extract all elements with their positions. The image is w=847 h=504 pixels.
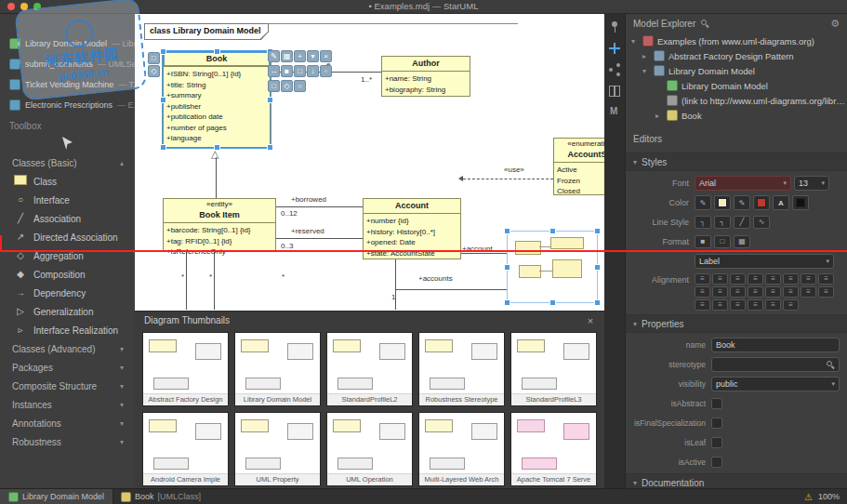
selection-handle[interactable] — [504, 299, 510, 306]
class-book[interactable]: Book +ISBN: String[0..1] {id} +title: St… — [163, 51, 271, 148]
add-button[interactable] — [294, 50, 306, 62]
section-instances[interactable]: Instances — [0, 395, 135, 414]
tree-item-library-domain-model-diagram[interactable]: Library Domain Model — [626, 78, 847, 93]
fill-button[interactable] — [281, 65, 293, 77]
align-button[interactable] — [748, 273, 763, 285]
more-button[interactable] — [320, 65, 332, 77]
tool-association[interactable]: Association — [0, 209, 135, 228]
outline-button[interactable] — [294, 65, 306, 77]
font-color-picker[interactable]: A — [773, 195, 789, 210]
align-button[interactable] — [783, 299, 799, 311]
align-button[interactable] — [730, 286, 746, 298]
circle-button[interactable] — [294, 80, 306, 92]
working-diagram-ticket-vending-machine[interactable]: Ticket Vending Machine — T... — [0, 74, 135, 95]
is-leaf-checkbox[interactable] — [711, 437, 722, 448]
dependency-line[interactable] — [463, 179, 553, 179]
selection-handle[interactable] — [267, 144, 273, 151]
selection-handle[interactable] — [549, 228, 556, 234]
resize-button[interactable] — [268, 65, 280, 77]
section-classes-advanced[interactable]: Classes (Advanced) — [0, 339, 135, 358]
align-button[interactable] — [783, 286, 799, 298]
side-edit-button[interactable] — [148, 52, 160, 64]
generalization-line[interactable] — [216, 157, 217, 198]
edit-button[interactable] — [268, 50, 280, 62]
working-diagram-submit-comments[interactable]: submit_comments — UMLSe... — [0, 54, 135, 74]
section-composite-structure[interactable]: Composite Structure — [0, 377, 135, 395]
font-color-swatch[interactable] — [792, 195, 809, 210]
align-button[interactable] — [712, 286, 728, 298]
association-line[interactable] — [186, 252, 187, 310]
line-color-picker[interactable] — [695, 195, 711, 210]
selection-handle[interactable] — [214, 48, 220, 55]
tool-aggregation[interactable]: Aggregation — [0, 246, 135, 265]
expander-icon[interactable] — [642, 52, 650, 60]
align-button[interactable] — [801, 273, 816, 285]
align-button[interactable] — [818, 273, 834, 285]
selection-handle[interactable] — [549, 299, 556, 306]
tool-generalization[interactable]: Generalization — [0, 302, 135, 321]
tree-item-examples[interactable]: Examples (from www.uml-diagrams.org) — [626, 33, 847, 48]
layout-icon[interactable] — [608, 85, 621, 98]
share-icon[interactable] — [608, 63, 621, 76]
delete-button[interactable] — [320, 50, 332, 62]
styles-section-header[interactable]: Styles — [626, 153, 847, 171]
thumbnail-uml-property[interactable]: UML Property — [234, 412, 321, 486]
border-color-picker[interactable] — [734, 195, 750, 210]
move-down-button[interactable] — [307, 65, 319, 77]
thumbnail-abstract-factory[interactable]: Abstract Factory Design — [142, 332, 229, 406]
align-button[interactable] — [801, 286, 816, 298]
line-color-swatch[interactable] — [753, 195, 770, 210]
curve-line-button[interactable] — [753, 216, 770, 229]
tool-class[interactable]: Class — [0, 172, 135, 191]
rectilinear-line-button[interactable] — [695, 216, 711, 229]
align-button[interactable] — [730, 299, 746, 311]
rounded-line-button[interactable] — [714, 216, 731, 229]
thumbnail-apache-tomcat[interactable]: Apache Tomcat 7 Serve — [510, 412, 597, 486]
section-classes-basic[interactable]: Classes (Basic) — [0, 153, 135, 172]
align-button[interactable] — [783, 273, 799, 285]
align-button[interactable] — [695, 299, 710, 311]
selection-handle[interactable] — [594, 228, 601, 234]
search-icon[interactable] — [827, 361, 835, 369]
is-active-checkbox[interactable] — [711, 457, 722, 468]
thumbnail-uml-operation[interactable]: UML Operation — [326, 412, 413, 486]
tree-item-book[interactable]: Book — [626, 108, 847, 123]
search-icon[interactable] — [701, 20, 709, 28]
align-button[interactable] — [765, 286, 781, 298]
class-author[interactable]: Author +name: String +biography: String — [381, 56, 470, 97]
align-button[interactable] — [712, 299, 728, 311]
thumbnail-standardprofilel2[interactable]: StandardProfileL2 — [326, 332, 413, 406]
align-button[interactable] — [730, 273, 746, 285]
tree-item-library-domain-model[interactable]: Library Domain Model — [626, 63, 847, 78]
working-diagram-electronic-prescriptions[interactable]: Electronic Prescriptions — E... — [0, 95, 135, 115]
warning-icon[interactable] — [804, 492, 813, 502]
gear-icon[interactable] — [830, 18, 840, 30]
association-line[interactable] — [461, 253, 507, 254]
documentation-section-header[interactable]: Documentation — [626, 473, 847, 489]
side-edit-button[interactable] — [148, 65, 160, 77]
tool-composition[interactable]: Composition — [0, 265, 135, 284]
properties-section-header[interactable]: Properties — [626, 314, 847, 333]
close-icon[interactable] — [584, 312, 597, 330]
association-line[interactable] — [276, 206, 363, 207]
association-line[interactable] — [395, 259, 396, 310]
thumbnail-android-camera[interactable]: Android Camera Imple — [142, 412, 229, 486]
align-button[interactable] — [748, 286, 763, 298]
diagram-tab[interactable]: Library Domain Model — [0, 489, 113, 504]
dropdown-button[interactable] — [307, 50, 319, 62]
is-final-specialization-checkbox[interactable] — [711, 418, 722, 429]
align-button[interactable] — [765, 273, 781, 285]
selection-handle[interactable] — [504, 228, 510, 234]
working-diagram-library-domain-model[interactable]: Library Domain Model — Libr... — [0, 33, 135, 54]
selection-handle[interactable] — [160, 144, 166, 151]
section-robustness[interactable]: Robustness — [0, 432, 135, 451]
diamond-button[interactable] — [281, 80, 293, 92]
align-button[interactable] — [712, 273, 728, 285]
selection-handle[interactable] — [160, 48, 166, 55]
name-input[interactable]: Book — [711, 338, 840, 352]
crosshair-icon[interactable] — [608, 42, 621, 55]
class-book-item[interactable]: «entity» Book Item +barcode: String[0..1… — [163, 198, 276, 252]
expander-icon[interactable] — [642, 67, 650, 75]
thumbnail-multilayered-web[interactable]: Multi-Layered Web Arch — [418, 412, 505, 486]
section-packages[interactable]: Packages — [0, 358, 135, 377]
